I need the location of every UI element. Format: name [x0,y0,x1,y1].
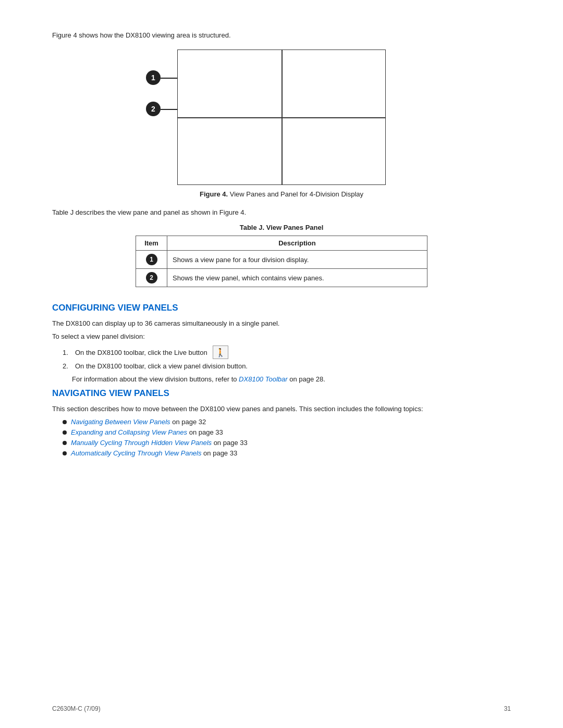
page: Figure 4 shows how the DX8100 viewing ar… [0,0,563,728]
callout-2: 2 [146,102,161,116]
figure-box [177,50,386,185]
footer: C2630M-C (7/09) 31 [52,705,511,712]
bullet-1-suffix: on page 32 [170,418,206,426]
figure-divider-vertical [282,50,283,184]
bullet-dot-1 [63,420,67,424]
bullet-dot-3 [63,441,67,445]
table-j: Item Description 1 Shows a view pane for… [136,236,427,287]
badge-2: 2 [146,272,157,283]
table-description: Table J describes the view pane and pane… [52,208,511,216]
step2-sub-text: For information about the view division … [72,375,239,383]
bullet-3-content: Manually Cycling Through Hidden View Pan… [71,439,248,447]
table-cell-desc-1: Shows a view pane for a four division di… [167,251,427,269]
badge-1: 1 [146,254,157,265]
bullet-link-4[interactable]: Automatically Cycling Through View Panel… [71,449,202,457]
bullet-4-content: Automatically Cycling Through View Panel… [71,449,237,457]
table-j-container: Table J. View Panes Panel Item Descripti… [52,224,511,287]
bullet-item-2: Expanding and Collapsing View Panes on p… [63,428,511,436]
bullet-link-2[interactable]: Expanding and Collapsing View Panes [71,428,187,436]
table-header-row: Item Description [136,236,427,251]
section-header-config: Configuring View Panels [52,303,511,313]
bullet-dot-4 [63,451,67,455]
bullet-3-suffix: on page 33 [212,439,248,447]
table-cell-desc-2: Shows the view panel, which contains vie… [167,269,427,287]
callout-1: 1 [146,70,161,85]
nav-bullet-list: Navigating Between View Panels on page 3… [63,418,511,457]
figure-caption-bold: Figure 4. [200,190,228,198]
bullet-link-3[interactable]: Manually Cycling Through Hidden View Pan… [71,439,212,447]
table-header-item: Item [136,236,167,251]
section-header-nav: Navigating View Panels [52,388,511,399]
bullet-item-3: Manually Cycling Through Hidden View Pan… [63,439,511,447]
bullet-4-suffix: on page 33 [202,449,238,457]
step2-sub: For information about the view division … [72,375,511,383]
step-2-text: On the DX8100 toolbar, click a view pane… [75,362,248,370]
table-cell-item-1: 1 [136,251,167,269]
intro-paragraph: Figure 4 shows how the DX8100 viewing ar… [52,31,511,39]
footer-left: C2630M-C (7/09) [52,705,101,712]
bullet-2-suffix: on page 33 [187,428,223,436]
steps-list: 1. On the DX8100 toolbar, click the Live… [63,346,511,370]
figure-wrap: 1 2 [177,50,386,185]
step-1-text: On the DX8100 toolbar, click the Live bu… [75,349,207,356]
bullet-1-content: Navigating Between View Panels on page 3… [71,418,206,426]
table-cell-item-2: 2 [136,269,167,287]
step-2-num: 2. [63,362,72,370]
step2-suffix: on page 28. [288,375,325,383]
step2-link[interactable]: DX8100 Toolbar [239,375,287,383]
bullet-2-content: Expanding and Collapsing View Panes on p… [71,428,223,436]
table-j-title: Table J. View Panes Panel [240,224,324,231]
bullet-item-4: Automatically Cycling Through View Panel… [63,449,511,457]
figure-caption: Figure 4. View Panes and Panel for 4-Div… [200,190,363,198]
table-row: 2 Shows the view panel, which contains v… [136,269,427,287]
nav-para: This section describes how to move betwe… [52,405,511,413]
bullet-item-1: Navigating Between View Panels on page 3… [63,418,511,426]
config-para2: To select a view panel division: [52,332,511,340]
figure-caption-text: View Panes and Panel for 4-Division Disp… [228,190,363,198]
figure-container: 1 2 Figure 4. View Panes and Panel for 4… [52,50,511,198]
config-para1: The DX8100 can display up to 36 cameras … [52,319,511,327]
bullet-dot-2 [63,430,67,435]
footer-right: 31 [504,705,511,712]
step-1: 1. On the DX8100 toolbar, click the Live… [63,346,511,359]
bullet-link-1[interactable]: Navigating Between View Panels [71,418,170,426]
live-button-icon: 🚶 [213,346,228,359]
table-header-description: Description [167,236,427,251]
step-2: 2. On the DX8100 toolbar, click a view p… [63,362,511,370]
step-1-num: 1. [63,349,72,356]
table-row: 1 Shows a view pane for a four division … [136,251,427,269]
